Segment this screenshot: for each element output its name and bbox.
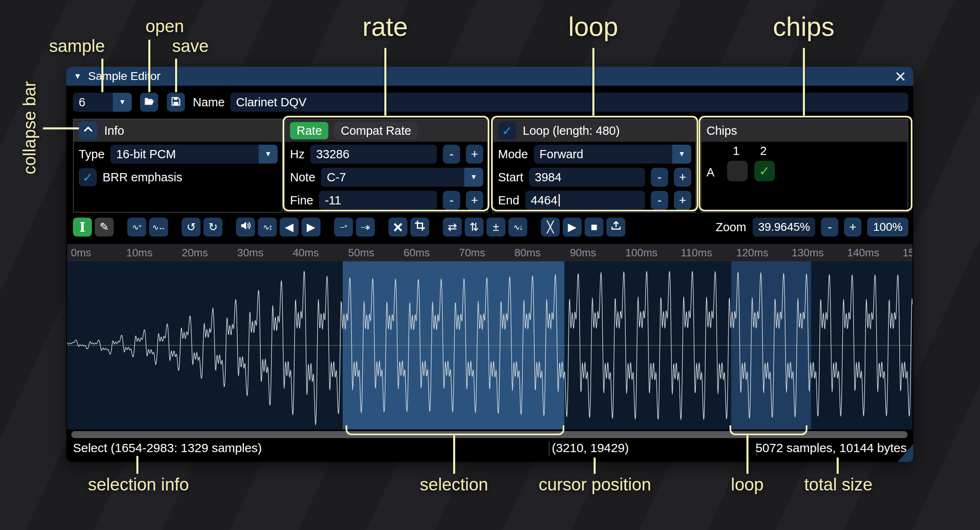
chip-checkbox-a-1[interactable] [727, 161, 748, 181]
insert-silence-button[interactable]: −⁺ [334, 218, 353, 237]
fine-plus-button[interactable]: + [466, 191, 483, 210]
crossfade-button[interactable]: ╳ [541, 218, 560, 237]
sample-number-dropdown[interactable]: 6 ▼ [73, 93, 132, 112]
collapse-bar-button[interactable] [79, 122, 98, 140]
undo-button[interactable]: ↺ [182, 218, 201, 237]
insert-silence-icon: −⁺ [340, 223, 347, 232]
annotation-selection-info: selection info [88, 475, 189, 495]
redo-icon: ↻ [208, 220, 218, 234]
amplify-button[interactable]: ∿↕ [258, 218, 277, 237]
stop-preview-button[interactable]: ■ [585, 218, 603, 237]
filter-button[interactable]: ∿↓ [508, 218, 527, 237]
zoom-in-button[interactable]: + [844, 218, 861, 237]
crop-icon [414, 220, 426, 235]
normalize-button[interactable]: ⇅ [465, 218, 484, 237]
toolbar: I✎∿⁺∿↔↺↻∿↕◀▶−⁺−∗×⇄⇅±∿↓╳▶■ Zoom 39.9645% … [73, 218, 908, 237]
loop-mode-dropdown[interactable]: Forward ▼ [534, 145, 691, 164]
redo-button[interactable]: ↻ [203, 218, 222, 237]
titlebar[interactable]: ▼ Sample Editor × [66, 67, 913, 86]
reverse-button[interactable]: ⇄ [443, 218, 462, 237]
resample-icon: ∿⁺ [132, 223, 141, 232]
info-panel-header: Info [74, 120, 282, 142]
fade-in-icon: ◀ [285, 220, 294, 234]
loop-end-minus-button[interactable]: - [651, 191, 668, 210]
loop-end-plus-button[interactable]: + [674, 191, 691, 210]
waveform-view[interactable] [67, 261, 912, 429]
select-tool-button[interactable]: I [73, 218, 92, 237]
ruler-label: 140ms [847, 246, 879, 259]
time-ruler[interactable]: 0ms10ms20ms30ms40ms50ms60ms70ms80ms90ms1… [67, 244, 912, 261]
hz-minus-button[interactable]: - [443, 145, 460, 164]
zoom-out-button[interactable]: - [821, 218, 838, 237]
amplify-icon: ∿↕ [263, 223, 271, 232]
speaker-icon [240, 220, 252, 235]
save-button[interactable] [167, 93, 185, 112]
zoom-reset-label: 100% [873, 220, 903, 234]
ruler-label: 120ms [736, 246, 768, 259]
annotation-loop-bottom: loop [731, 475, 763, 495]
annotation-rate: rate [363, 12, 408, 42]
export-button[interactable] [606, 218, 625, 237]
check-icon: ✓ [759, 163, 770, 179]
fine-minus-button[interactable]: - [443, 191, 460, 210]
zoom-controls: Zoom 39.9645% - + 100% [716, 218, 908, 237]
ruler-label: 0ms [71, 246, 91, 259]
delete-selection-button[interactable]: × [388, 218, 407, 237]
hz-input[interactable]: 33286 [310, 145, 437, 164]
play-preview-button[interactable]: ▶ [563, 218, 582, 237]
dc-offset-button[interactable]: ± [486, 218, 505, 237]
open-button[interactable] [140, 93, 158, 112]
waveform-scrollbar[interactable] [71, 431, 907, 438]
fade-out-button[interactable]: ▶ [302, 218, 320, 237]
select-tool-icon: I [80, 220, 86, 235]
chip-checkbox-a-2[interactable]: ✓ [754, 161, 775, 181]
zoom-value: 39.9645% [758, 220, 810, 234]
apply-silence-icon: −∗ [360, 223, 370, 232]
annotation-cursor-position: cursor position [538, 475, 651, 495]
crossfade-icon: ╳ [547, 220, 554, 234]
window-collapse-icon[interactable]: ▼ [74, 72, 82, 81]
apply-silence-button[interactable]: −∗ [356, 218, 375, 237]
loop-panel-header: ✓ Loop (length: 480) [493, 120, 695, 142]
stop-preview-icon: ■ [591, 221, 597, 234]
trim-button[interactable] [410, 218, 429, 237]
zoom-input[interactable]: 39.9645% [753, 218, 815, 237]
ruler-label: 110ms [681, 246, 712, 259]
loop-start-plus-button[interactable]: + [674, 168, 691, 187]
zoom-label: Zoom [716, 220, 746, 234]
close-icon[interactable]: × [895, 68, 906, 84]
chevron-down-icon[interactable]: ▼ [672, 145, 691, 164]
check-icon: ✓ [502, 124, 512, 138]
reverse-icon: ⇄ [448, 220, 457, 234]
loop-start-minus-button[interactable]: - [651, 168, 668, 187]
loop-checkbox[interactable]: ✓ [498, 122, 516, 140]
chevron-down-icon[interactable]: ▼ [259, 145, 278, 164]
rate-panel-header: Rate Compat Rate [285, 120, 487, 142]
annotation-sample: sample [49, 36, 105, 56]
loop-start-input[interactable]: 3984 [529, 168, 645, 187]
sample-editor-window: ▼ Sample Editor × 6 ▼ Name Clarinet DQV … [66, 67, 913, 462]
preview-sample-button[interactable] [236, 218, 255, 237]
type-dropdown[interactable]: 16-bit PCM ▼ [110, 145, 278, 164]
loop-end-input[interactable]: 4464 [525, 191, 645, 210]
undo-icon: ↺ [187, 220, 196, 234]
fade-in-button[interactable]: ◀ [280, 218, 299, 237]
fine-input[interactable]: -11 [319, 191, 437, 210]
text-caret [559, 194, 560, 206]
compat-rate-button[interactable]: Compat Rate [334, 122, 418, 139]
name-input[interactable]: Clarinet DQV [230, 93, 908, 112]
resample-button[interactable]: ∿⁺ [127, 218, 146, 237]
note-dropdown[interactable]: C-7 ▼ [321, 168, 483, 187]
rate-toggle-button[interactable]: Rate [290, 122, 328, 139]
stretch-button[interactable]: ∿↔ [149, 218, 168, 237]
chevron-up-icon [82, 124, 94, 138]
hz-plus-button[interactable]: + [466, 145, 483, 164]
zoom-reset-button[interactable]: 100% [867, 218, 908, 237]
draw-tool-button[interactable]: ✎ [95, 218, 114, 237]
brr-emphasis-checkbox[interactable]: ✓ [79, 168, 97, 186]
draw-tool-icon: ✎ [100, 220, 109, 234]
chevron-down-icon[interactable]: ▼ [113, 93, 132, 112]
hz-value: 33286 [316, 148, 349, 161]
loop-start-label: Start [498, 171, 523, 184]
chevron-down-icon[interactable]: ▼ [464, 168, 483, 187]
